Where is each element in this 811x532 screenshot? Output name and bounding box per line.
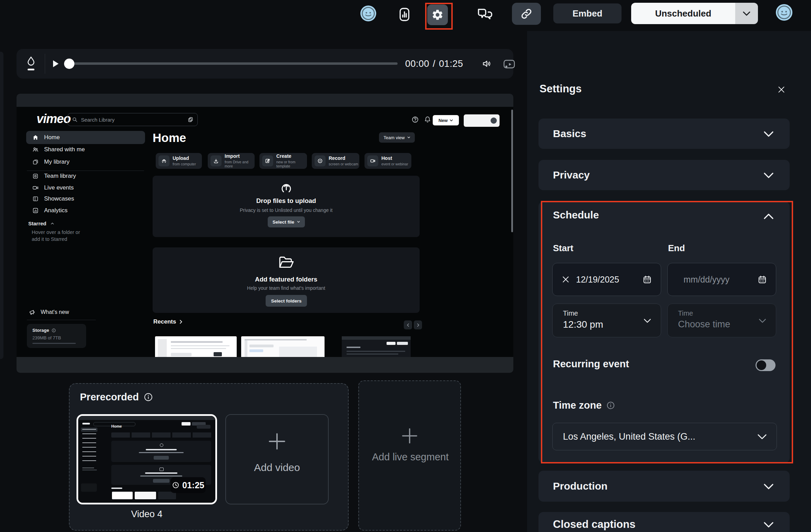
embed-button[interactable]: Embed xyxy=(553,3,622,23)
whats-new-item: What's new xyxy=(29,309,69,316)
import-icon xyxy=(211,155,222,166)
start-date-field[interactable]: 12/19/2025 xyxy=(552,263,661,296)
section-label: Production xyxy=(553,480,607,492)
featured-folders-panel: Add featured folders Help your team find… xyxy=(153,247,420,313)
dropzone-title: Drop files to upload xyxy=(153,197,420,205)
video-camera-icon xyxy=(32,185,39,191)
pip-settings-button[interactable] xyxy=(502,57,517,71)
sidebar-item-shared: Shared with me xyxy=(32,146,85,153)
info-icon[interactable] xyxy=(606,401,615,410)
calendar-icon[interactable] xyxy=(758,275,767,284)
player-divider xyxy=(45,54,45,74)
upload-icon xyxy=(158,155,170,166)
chat-button[interactable] xyxy=(475,5,495,24)
help-icon xyxy=(411,116,419,123)
record-icon xyxy=(315,155,326,166)
gear-icon xyxy=(431,9,444,21)
section-label[interactable]: Schedule xyxy=(553,209,599,221)
folders-subtitle: Help your team find what's important xyxy=(153,285,420,291)
close-button[interactable] xyxy=(774,82,789,97)
stacked-library-icon xyxy=(32,159,39,165)
video-duration-badge: 01:25 xyxy=(171,477,206,493)
recents-header: Recents xyxy=(153,318,182,325)
settings-button[interactable] xyxy=(427,4,448,25)
embed-button-label: Embed xyxy=(573,8,603,19)
schedule-status-button[interactable]: Unscheduled xyxy=(631,3,758,24)
account-avatar-button[interactable] xyxy=(776,4,792,21)
section-schedule: Schedule Start End 12/19/2025 mm/dd/yyyy… xyxy=(538,202,790,463)
starred-label: Starred xyxy=(28,221,47,226)
select-file-button: Select file xyxy=(268,216,305,227)
left-panel-edge xyxy=(0,52,3,359)
action-host: Host event or webinar xyxy=(365,153,411,169)
end-date-field[interactable]: mm/dd/yyyy xyxy=(667,263,776,296)
chevron-down-icon xyxy=(757,434,767,440)
video-duration: 01:25 xyxy=(182,480,204,490)
sidebar-item-label: Showcases xyxy=(44,195,74,202)
search-bar: Search Library xyxy=(68,113,198,126)
polls-button[interactable] xyxy=(395,5,414,24)
volume-button[interactable] xyxy=(480,57,494,71)
chevron-down-icon xyxy=(763,131,774,137)
branding-tool-button[interactable] xyxy=(23,54,39,73)
section-label: Basics xyxy=(553,128,586,140)
recent-thumbnail xyxy=(155,336,237,357)
copy-link-button[interactable] xyxy=(512,3,541,25)
volume-icon xyxy=(482,59,492,69)
select-folders-label: Select folders xyxy=(271,298,302,304)
action-subtitle: new or from template xyxy=(276,160,306,168)
team-view-button: Team view xyxy=(379,132,415,143)
sidebar-item-my-library: My library xyxy=(32,158,70,165)
prerecorded-video-thumbnail[interactable]: Home xyxy=(76,414,217,504)
schedule-status-dropdown[interactable] xyxy=(735,3,758,24)
timezone-dropdown[interactable]: Los Angeles, United States (G... xyxy=(552,423,777,450)
section-closed-captions[interactable]: Closed captions xyxy=(538,512,790,532)
whats-new-label: What's new xyxy=(41,309,69,315)
end-time-dropdown[interactable]: Time Choose time xyxy=(667,304,776,337)
action-title: Upload xyxy=(173,156,196,161)
section-basics[interactable]: Basics xyxy=(538,119,790,149)
account-widget xyxy=(464,114,500,127)
showcase-icon xyxy=(32,196,39,202)
search-icon xyxy=(72,117,78,122)
section-privacy[interactable]: Privacy xyxy=(538,160,790,190)
recurring-event-toggle[interactable] xyxy=(756,359,776,371)
video-preview-surface[interactable]: vimeo Search Library New xyxy=(17,94,513,373)
action-subtitle: from computer xyxy=(173,162,196,166)
action-subtitle: screen or webcam xyxy=(329,162,358,166)
plus-icon xyxy=(267,431,287,451)
pip-player-icon xyxy=(503,59,515,69)
add-live-segment-button[interactable]: Add live segment xyxy=(358,380,461,531)
sidebar-item-label: Shared with me xyxy=(44,146,85,153)
bar-chart-icon xyxy=(398,7,411,22)
chevron-up-icon[interactable] xyxy=(763,213,774,219)
timezone-label: Time zone xyxy=(553,400,602,411)
info-icon[interactable] xyxy=(144,392,153,402)
section-production[interactable]: Production xyxy=(538,471,790,502)
action-title: Create xyxy=(276,154,306,159)
add-video-button[interactable]: Add video xyxy=(225,414,329,504)
vimeo-logo: vimeo xyxy=(37,112,71,126)
start-time-dropdown[interactable]: Time 12:30 pm xyxy=(552,304,661,337)
play-icon xyxy=(52,60,59,68)
participants-avatar-button[interactable] xyxy=(360,6,376,21)
smiley-avatar-icon xyxy=(360,6,376,21)
clear-date-icon[interactable] xyxy=(562,275,570,284)
recent-thumbnail xyxy=(241,336,325,357)
calendar-icon[interactable] xyxy=(643,275,652,284)
video-top-strip xyxy=(17,94,513,107)
sidebar-item-home: Home xyxy=(32,134,60,141)
home-icon xyxy=(32,134,39,141)
vimeo-dashboard-screen: vimeo Search Library New xyxy=(17,107,511,357)
seek-slider-handle[interactable] xyxy=(64,59,74,69)
schedule-status-label[interactable]: Unscheduled xyxy=(631,3,735,24)
start-label: Start xyxy=(553,243,573,254)
megaphone-icon xyxy=(29,309,36,316)
seek-slider-track[interactable] xyxy=(70,62,398,65)
select-file-label: Select file xyxy=(273,219,294,225)
play-button[interactable] xyxy=(50,57,62,70)
chevron-right-icon xyxy=(179,320,182,324)
collection-icon xyxy=(188,117,193,122)
time-label: Time xyxy=(678,309,693,317)
sidebar-item-showcases: Showcases xyxy=(32,195,74,202)
